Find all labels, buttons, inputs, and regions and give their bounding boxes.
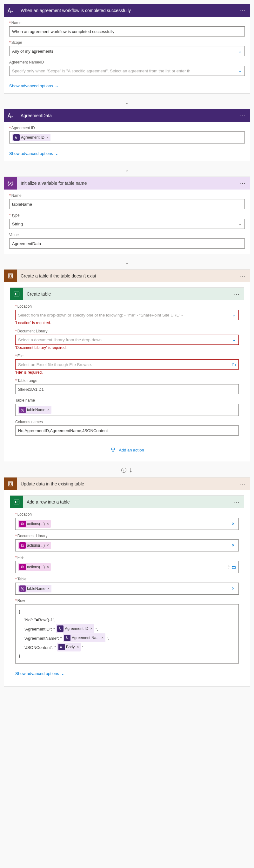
- folder-browse-icon[interactable]: 🗀: [231, 564, 236, 569]
- chevron-down-icon: ⌄: [232, 337, 236, 342]
- location-input[interactable]: fx actions(...) × ×: [15, 518, 239, 530]
- add-action-icon: [110, 447, 116, 453]
- file-input[interactable]: fx actions(...) × ▴▾ 🗀: [15, 561, 239, 573]
- variable-icon: {x}: [4, 177, 17, 189]
- agreementdata-title: AgreementData: [21, 113, 240, 118]
- variable-icon: {x}: [19, 407, 26, 413]
- scope-label: *Scope: [9, 40, 245, 45]
- remove-token-icon[interactable]: ×: [46, 565, 50, 569]
- svg-rect-0: [8, 274, 13, 278]
- remove-token-icon[interactable]: ×: [47, 586, 50, 591]
- var-value-input[interactable]: AgreementData: [9, 239, 245, 249]
- remove-token-icon[interactable]: ×: [90, 625, 93, 632]
- trigger-header[interactable]: When an agreement workflow is completed …: [4, 4, 250, 17]
- advanced-options-link[interactable]: Show advanced options⌄: [4, 149, 63, 161]
- row-label: *Row: [15, 598, 239, 603]
- remove-token-icon[interactable]: ×: [76, 643, 80, 651]
- adobe-sign-icon: [64, 634, 70, 641]
- fx-token[interactable]: fx actions(...) ×: [18, 541, 51, 549]
- variable-icon: {x}: [19, 585, 26, 592]
- remove-token-icon[interactable]: ×: [47, 408, 50, 412]
- fx-token[interactable]: fx actions(...) ×: [18, 520, 51, 528]
- columns-input[interactable]: No,AgreementID,AgreementName,JSONContent: [15, 426, 239, 436]
- create-table-scope-title: Create a table if the table doesn't exis…: [21, 273, 240, 278]
- range-label: *Table range: [15, 378, 239, 383]
- clear-icon[interactable]: ×: [230, 542, 236, 548]
- add-row-header[interactable]: Add a row into a table ···: [10, 496, 244, 508]
- range-input[interactable]: Sheet1!A1:D1: [15, 384, 239, 394]
- var-type-select[interactable]: String ⌄: [9, 219, 245, 229]
- table-input[interactable]: {x} tableName × ×: [15, 583, 239, 595]
- initialize-variable-title: Initialize a variable for table name: [21, 181, 240, 186]
- agreementdata-header[interactable]: AgreementData ···: [4, 109, 250, 122]
- flow-arrow-icon: i↓: [4, 462, 250, 477]
- chevron-down-icon: ⌄: [232, 312, 236, 317]
- update-table-scope-header[interactable]: Update data in the existing table ···: [4, 477, 250, 490]
- remove-token-icon[interactable]: ×: [46, 135, 49, 140]
- agreement-id-label: *Agreement ID: [9, 126, 245, 130]
- var-name-input[interactable]: tableName: [9, 199, 245, 209]
- location-label: *Location: [15, 512, 239, 517]
- info-icon[interactable]: i: [121, 468, 126, 473]
- agreementdata-card: AgreementData ··· *Agreement ID Agreemen…: [4, 109, 250, 161]
- more-menu-icon[interactable]: ···: [240, 7, 246, 14]
- create-table-title: Create table: [27, 291, 233, 297]
- fx-icon: fx: [19, 564, 26, 570]
- svg-rect-9: [8, 482, 13, 486]
- trigger-title: When an agreement workflow is completed …: [21, 8, 240, 13]
- agreement-id-token[interactable]: Agreement ID ×: [56, 624, 94, 633]
- stepper[interactable]: ▴▾: [228, 564, 229, 569]
- remove-token-icon[interactable]: ×: [101, 634, 104, 642]
- agreement-name-token[interactable]: Agreement Na... ×: [63, 633, 105, 642]
- more-menu-icon[interactable]: ···: [240, 481, 246, 487]
- location-label: *Location: [15, 304, 239, 309]
- clear-icon[interactable]: ×: [230, 521, 236, 527]
- more-menu-icon[interactable]: ···: [233, 291, 240, 298]
- chevron-down-icon: ⌄: [61, 671, 64, 676]
- file-input[interactable]: Select an Excel file through File Browse…: [15, 360, 239, 370]
- agreement-label: Agreement Name/ID: [9, 60, 245, 64]
- location-select[interactable]: Select from the drop-down or specify one…: [15, 310, 239, 320]
- doclib-input[interactable]: fx actions(...) × ×: [15, 539, 239, 552]
- var-type-label: *Type: [9, 213, 245, 217]
- tablename-input[interactable]: {x} tableName ×: [15, 404, 239, 416]
- fx-token[interactable]: fx actions(...) ×: [18, 563, 51, 571]
- add-action-button[interactable]: Add an action: [110, 447, 144, 453]
- columns-label: Columns names: [15, 420, 239, 424]
- update-table-scope-title: Update data in the existing table: [21, 481, 240, 486]
- doclib-select[interactable]: Select a document library from the drop-…: [15, 335, 239, 345]
- agreement-id-token[interactable]: Agreement ID ×: [12, 134, 51, 141]
- file-error: 'File' is required.: [15, 370, 239, 375]
- initialize-variable-header[interactable]: {x} Initialize a variable for table name…: [4, 177, 250, 189]
- var-name-label: *Name: [9, 193, 245, 198]
- chevron-down-icon: ⌄: [238, 221, 242, 226]
- create-table-card: Create table ··· *Location Select from t…: [10, 287, 244, 441]
- scope-select[interactable]: Any of my agreements ⌄: [9, 46, 245, 56]
- scope-icon: [4, 270, 17, 282]
- remove-token-icon[interactable]: ×: [46, 543, 50, 548]
- clear-icon[interactable]: ×: [230, 586, 236, 591]
- remove-token-icon[interactable]: ×: [46, 522, 50, 526]
- create-table-header[interactable]: Create table ···: [10, 288, 244, 300]
- tablename-token[interactable]: {x} tableName ×: [18, 406, 52, 414]
- chevron-down-icon: ⌄: [238, 49, 242, 54]
- trigger-card: When an agreement workflow is completed …: [4, 4, 250, 94]
- more-menu-icon[interactable]: ···: [233, 499, 240, 505]
- more-menu-icon[interactable]: ···: [240, 273, 246, 279]
- advanced-options-link[interactable]: Show advanced options⌄: [4, 81, 63, 93]
- tablename-label: Table name: [15, 398, 239, 403]
- body-token[interactable]: Body ×: [57, 643, 81, 651]
- folder-browse-icon[interactable]: 🗀: [231, 362, 236, 367]
- create-table-scope-header[interactable]: Create a table if the table doesn't exis…: [4, 270, 250, 282]
- advanced-options-link[interactable]: Show advanced options⌄: [10, 669, 69, 681]
- excel-icon: [10, 288, 23, 300]
- more-menu-icon[interactable]: ···: [240, 113, 246, 119]
- agreement-id-input[interactable]: Agreement ID ×: [9, 131, 245, 144]
- name-input[interactable]: When an agreement workflow is completed …: [9, 26, 245, 36]
- tablename-token[interactable]: {x} tableName ×: [18, 585, 52, 592]
- flow-arrow-icon: ↓: [4, 94, 250, 109]
- agreement-select[interactable]: Specify only when "Scope" is "A specific…: [9, 66, 245, 76]
- row-input[interactable]: { "No": "=Row()-1", "AgreementID": " Agr…: [15, 604, 239, 663]
- location-error: 'Location' is required.: [15, 321, 239, 325]
- more-menu-icon[interactable]: ···: [240, 180, 246, 187]
